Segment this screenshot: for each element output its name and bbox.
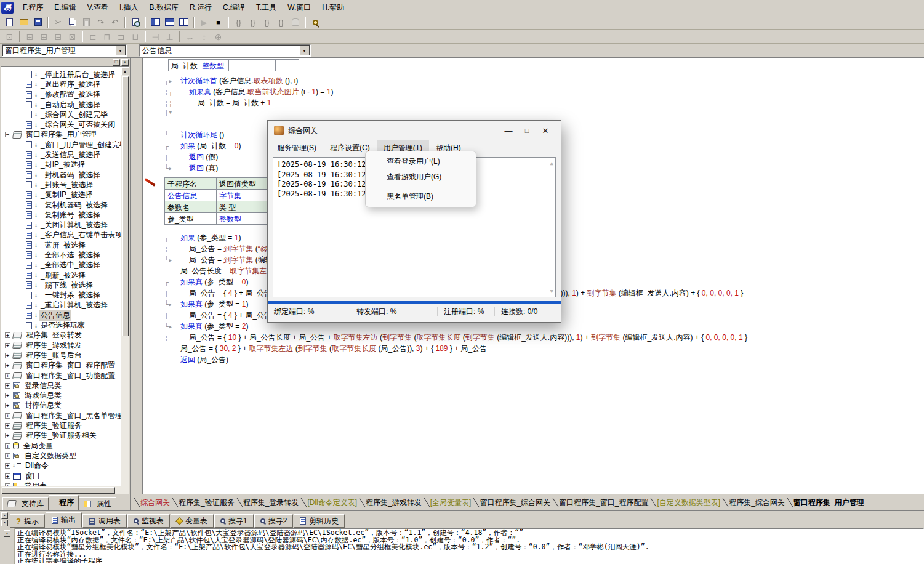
tree-item[interactable]: +窗口程序集_窗口_功能配置 — [1, 371, 121, 381]
expand-icon[interactable]: + — [5, 433, 10, 438]
step-into-icon[interactable]: {} — [231, 16, 246, 28]
document-tab[interactable]: 程序集_综合网关 — [729, 498, 785, 508]
menubar-item[interactable]: W.窗口 — [282, 1, 316, 15]
gateway-menu-item[interactable]: 服务管理(S) — [270, 140, 323, 156]
tree-horizontal-scrollbar[interactable] — [1, 486, 129, 494]
window-left-split-icon[interactable] — [148, 16, 163, 28]
menubar-item[interactable]: E.编辑 — [49, 1, 81, 15]
bottom-tab-提示[interactable]: ?提示 — [10, 514, 45, 528]
tree-item[interactable]: +程序集_登录转发 — [1, 331, 121, 340]
window-bottom-split-icon[interactable] — [163, 16, 177, 28]
tree-item[interactable]: +程序集_游戏转发 — [1, 340, 121, 350]
undo-icon[interactable]: ↶ — [108, 16, 122, 28]
gateway-titlebar[interactable]: 综合网关 — □ ✕ — [268, 121, 561, 140]
find-icon[interactable] — [128, 16, 142, 28]
expand-icon[interactable]: + — [5, 443, 10, 449]
tree-item[interactable]: _综合网关_可否被关闭 — [1, 119, 121, 129]
bottom-tab-剪辑历史[interactable]: 剪辑历史 — [294, 514, 345, 528]
popup-menu-item[interactable]: 查看游戏用户(G) — [366, 169, 476, 185]
menubar-item[interactable]: R.运行 — [184, 1, 217, 15]
document-tab[interactable]: 程序集_登录转发 — [243, 498, 299, 508]
table-cell[interactable]: 整数型 — [199, 60, 229, 71]
tree-item[interactable]: 公告信息 — [1, 310, 121, 320]
tree-item[interactable]: 是否选择玩家 — [1, 320, 121, 330]
code-line[interactable]: ¦┌如果真 (客户信息.取当前状态图片 (i - 1) = 1) — [164, 86, 924, 97]
document-tab[interactable]: [自定义数据类型表] — [657, 498, 720, 508]
tree-item[interactable]: _蓝屏_被选择 — [1, 240, 121, 250]
tree-item[interactable]: _全部选中_被选择 — [1, 260, 121, 270]
panel-grip[interactable] — [4, 62, 109, 63]
tree-item[interactable]: +Dll命令 — [1, 461, 121, 471]
table-cell[interactable] — [252, 60, 276, 71]
left-tab-支持库[interactable]: 支持库 — [2, 497, 49, 510]
tree-item[interactable]: _退出程序_被选择 — [1, 79, 121, 89]
expand-icon[interactable]: + — [5, 483, 10, 486]
expand-icon[interactable]: + — [5, 332, 10, 338]
expand-icon[interactable]: + — [5, 373, 10, 379]
space-horizontal-icon[interactable]: ⊣ — [148, 31, 163, 43]
same-height-icon[interactable]: ↕ — [197, 31, 211, 43]
append-row-icon[interactable]: ⊞ — [37, 31, 51, 43]
table-cell[interactable]: 参_类型 — [165, 213, 217, 225]
tree-item[interactable]: −窗口程序集_用户管理 — [1, 130, 121, 140]
expand-icon[interactable]: + — [5, 423, 10, 429]
scroll-down-icon[interactable]: ▼ — [550, 288, 553, 294]
expand-icon[interactable]: + — [5, 463, 10, 469]
left-tab-程序[interactable]: 程序 — [49, 495, 79, 510]
expand-icon[interactable]: + — [5, 343, 10, 348]
tree-item[interactable]: _窗口_用户管理_创建完毕 — [1, 140, 121, 150]
code-line[interactable]: ┌▸计次循环首 (客户信息.取表项数 (), i) — [164, 75, 924, 86]
align-bottom-icon[interactable]: ⊔ — [128, 31, 142, 43]
document-tab[interactable]: 窗口程序集_综合网关 — [480, 498, 550, 508]
document-tab[interactable]: 窗口程序集_用户管理 — [793, 498, 864, 508]
expand-icon[interactable]: + — [5, 403, 10, 408]
redo-icon[interactable]: ↷ — [94, 16, 108, 28]
clone-window-icon[interactable]: ⊡ — [2, 31, 17, 43]
scrollbar-thumb[interactable] — [122, 76, 129, 336]
subroutine-combobox[interactable]: 公告信息 ▼ — [139, 44, 311, 57]
tree-item[interactable]: +窗口程序集_窗口_黑名单管理 — [1, 411, 121, 421]
chevron-down-icon[interactable]: ▼ — [299, 46, 310, 55]
code-line[interactable]: ¦局_公告 = { 10 } + 局_公告长度 + 局_公告 + 取字节集左边 … — [164, 332, 924, 343]
tree-item[interactable]: _封账号_被选择 — [1, 180, 121, 190]
code-line[interactable]: 局_公告 = { 30, 2 } + 取字节集左边 (到字节集 (取字节集长度 … — [164, 343, 924, 354]
maximize-icon[interactable]: □ — [518, 127, 536, 134]
delete-col-icon[interactable]: ⊠ — [65, 31, 79, 43]
step-over-icon[interactable]: {} — [246, 16, 260, 28]
table-cell[interactable] — [276, 60, 299, 71]
table-cell[interactable]: 子程序名 — [165, 178, 217, 190]
menubar-item[interactable]: B.数据库 — [144, 1, 184, 15]
expand-icon[interactable]: + — [5, 413, 10, 419]
insert-row-icon[interactable]: ⊞ — [23, 31, 37, 43]
tree-vertical-scrollbar[interactable]: ▲ — [121, 67, 129, 486]
tree-item[interactable]: _踢下线_被选择 — [1, 280, 121, 290]
menubar-item[interactable]: T.工具 — [251, 1, 282, 15]
output-pin-icon[interactable]: ▪ — [4, 530, 10, 537]
expand-icon[interactable]: + — [5, 353, 10, 358]
tree-item[interactable]: _综合网关_创建完毕 — [1, 110, 121, 119]
document-tab[interactable]: 程序集_游戏转发 — [366, 498, 422, 508]
save-icon[interactable] — [31, 16, 45, 28]
collapse-icon[interactable]: − — [5, 132, 10, 137]
minimize-icon[interactable]: — — [499, 126, 518, 135]
menubar-item[interactable]: H.帮助 — [316, 1, 350, 15]
tree-item[interactable]: _复制机器码_被选择 — [1, 200, 121, 210]
table-cell[interactable]: 公告信息 — [165, 190, 217, 201]
dock-close-icon[interactable]: × — [1, 520, 8, 526]
code-line[interactable]: ¦¦局_计数 = 局_计数 + 1 — [164, 97, 924, 108]
table-cell[interactable]: 局_计数 — [169, 60, 199, 71]
close-icon[interactable]: ✕ — [536, 126, 555, 135]
bottom-tab-输出[interactable]: 输出 — [46, 512, 82, 528]
same-size-icon[interactable]: ⊕ — [211, 31, 225, 43]
left-tab-属性[interactable]: 属性 — [79, 497, 116, 510]
assembly-combobox[interactable]: 窗口程序集_用户管理 ▼ — [2, 44, 127, 57]
compiler-output[interactable]: 正在编译易模块“ISocket”，文件名：“E:\上架产品\软件包\大宝登录器源… — [15, 528, 924, 564]
tree-item[interactable]: +登录信息类 — [1, 381, 121, 390]
paste-icon[interactable] — [79, 16, 94, 28]
quick-search-icon[interactable] — [308, 16, 323, 28]
align-center-icon[interactable]: ⊓ — [100, 31, 114, 43]
document-tab[interactable]: [Dll命令定义表] — [307, 498, 357, 508]
delete-row-icon[interactable]: ⊟ — [51, 31, 65, 43]
tree-item[interactable]: _全部不选_被选择 — [1, 250, 121, 260]
document-tab[interactable]: 窗口程序集_窗口_程序配置 — [559, 498, 648, 508]
